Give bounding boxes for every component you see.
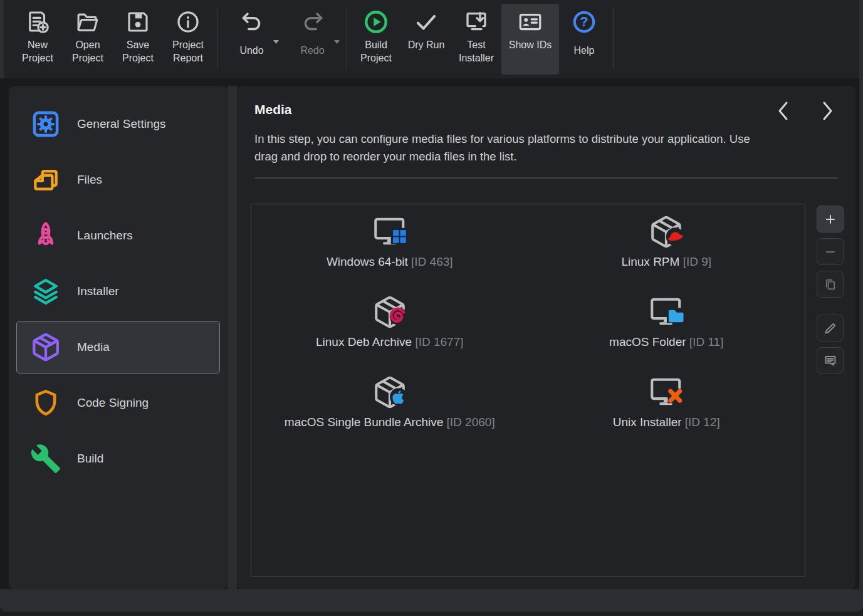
macos-folder-media-icon [648,294,684,330]
sidebar-item-launchers[interactable]: Launchers [16,209,220,262]
svg-text:?: ? [580,14,588,29]
open-project-icon [73,8,102,36]
minus-icon [823,244,838,259]
media-item-id: [ID 463] [411,255,453,268]
show-ids-label: Show IDs [509,38,552,51]
new-project-label: New Project [13,38,63,65]
project-report-button[interactable]: Project Report [163,4,213,75]
comment-media-button[interactable] [817,347,844,374]
media-item-id: [ID 2060] [447,415,495,429]
app-window: New Project Open Project Save Project [0,0,863,612]
test-installer-label: Test Installer [451,38,501,65]
help-icon: ? [570,8,599,36]
undo-button[interactable]: Undo [221,4,282,75]
unix-installer-media-icon [648,374,684,410]
help-label: Help [574,44,595,57]
media-item-name: macOS Folder [609,335,686,348]
plus-icon [823,212,838,227]
media-item-name: Linux Deb Archive [316,335,412,348]
show-ids-button[interactable]: Show IDs [501,4,559,75]
next-step-button[interactable] [819,100,835,122]
media-item-id: [ID 1677] [415,335,463,348]
undo-icon [238,8,266,36]
dry-run-label: Dry Run [408,38,445,51]
step-description: In this step, you can configure media fi… [254,130,756,165]
media-item-id: [ID 12] [685,415,720,429]
sidebar-label: Build [77,452,103,466]
build-project-label: Build Project [351,38,401,65]
sidebar-item-code-signing[interactable]: Code Signing [16,377,220,429]
save-project-label: Save Project [113,38,163,65]
linux-rpm-media-icon [648,214,684,250]
sidebar-label: General Settings [77,117,166,131]
test-installer-icon [462,8,491,36]
window-bottom-frame [0,589,863,612]
build-project-icon [362,8,390,36]
media-file-list: Windows 64-bit [ID 463] [251,204,805,577]
undo-label: Undo [239,44,263,57]
media-item-linux-deb[interactable]: Linux Deb Archive [ID 1677] [251,294,528,374]
sidebar-item-files[interactable]: Files [16,154,220,206]
save-project-button[interactable]: Save Project [113,4,163,75]
copy-media-button[interactable] [817,271,844,298]
launchers-icon [29,219,62,252]
test-installer-button[interactable]: Test Installer [451,4,501,75]
media-step-panel: Media In this step, you can configure me… [237,86,855,589]
show-ids-icon [516,8,545,36]
sidebar-item-media[interactable]: Media [16,321,220,373]
redo-icon [298,8,327,36]
step-header: Media In this step, you can configure me… [237,86,855,179]
sidebar-label: Files [77,173,102,187]
content-area: General Settings Files [0,78,859,589]
toolbar: New Project Open Project Save Project [4,0,859,78]
open-project-label: Open Project [63,38,113,65]
media-item-name: macOS Single Bundle Archive [285,415,443,429]
sidebar: General Settings Files [9,86,228,589]
build-icon [29,442,62,475]
media-item-id: [ID 11] [689,335,724,348]
files-icon [29,164,62,196]
redo-label: Redo [300,44,324,57]
media-item-unix-installer[interactable]: Unix Installer [ID 12] [528,374,805,454]
sidebar-label: Launchers [77,229,133,243]
media-icon [29,331,62,363]
open-project-button[interactable]: Open Project [63,4,113,75]
media-item-id: [ID 9] [683,255,711,268]
toolbar-divider [347,9,347,70]
comment-icon [823,353,838,368]
redo-button[interactable]: Redo [282,4,343,75]
linux-deb-media-icon [372,294,408,330]
remove-media-button[interactable] [817,238,844,265]
sidebar-label: Media [77,340,110,354]
undo-dropdown-caret[interactable] [273,35,279,46]
media-actions [817,206,844,380]
previous-step-button[interactable] [775,100,792,122]
media-item-linux-rpm[interactable]: Linux RPM [ID 9] [528,214,805,294]
help-button[interactable]: ? Help [559,4,609,75]
media-item-name: Unix Installer [613,415,682,429]
panel-splitter[interactable] [228,86,237,589]
build-project-button[interactable]: Build Project [351,4,401,75]
media-item-macos-folder[interactable]: macOS Folder [ID 11] [528,294,805,374]
general-settings-icon [29,108,62,140]
media-item-macos-single-bundle[interactable]: macOS Single Bundle Archive [ID 2060] [251,374,528,454]
redo-dropdown-caret[interactable] [334,35,340,46]
copy-icon [823,277,838,292]
dry-run-button[interactable]: Dry Run [401,4,451,75]
code-signing-icon [29,387,62,419]
sidebar-item-build[interactable]: Build [16,432,220,485]
media-item-windows-64bit[interactable]: Windows 64-bit [ID 463] [251,214,528,294]
sidebar-label: Code Signing [77,396,149,410]
pencil-icon [823,321,838,336]
edit-media-button[interactable] [817,315,844,342]
media-item-name: Linux RPM [621,255,679,268]
macos-bundle-media-icon [372,374,408,410]
sidebar-item-installer[interactable]: Installer [16,265,220,318]
toolbar-divider [613,9,614,70]
project-report-icon [174,8,202,36]
add-media-button[interactable] [817,206,844,232]
toolbar-divider [217,9,217,70]
sidebar-item-general-settings[interactable]: General Settings [16,98,220,150]
dry-run-icon [412,8,441,36]
new-project-button[interactable]: New Project [13,4,63,75]
